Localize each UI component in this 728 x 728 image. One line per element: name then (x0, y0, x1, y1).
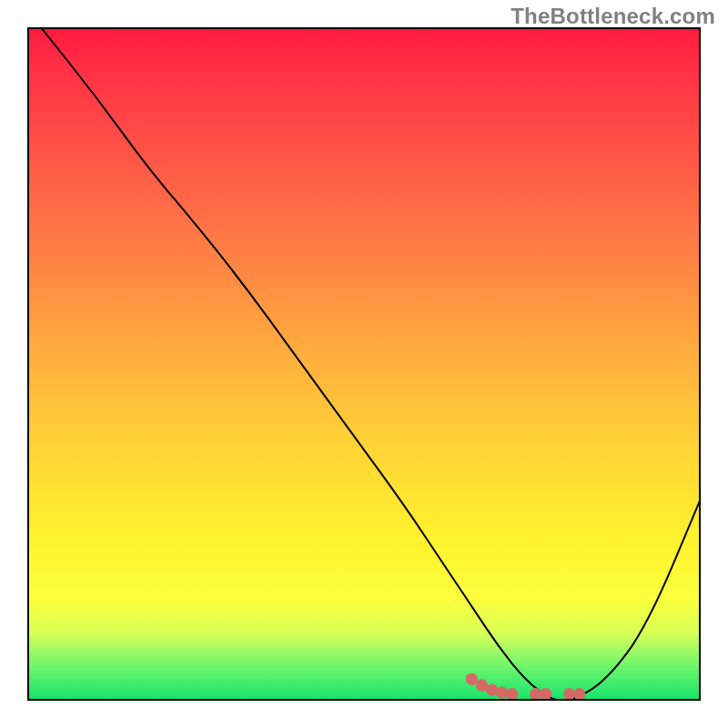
highlight-dot (506, 688, 518, 700)
highlight-dot (573, 688, 585, 700)
chart-plot-svg (27, 27, 701, 701)
watermark-text: TheBottleneck.com (511, 4, 715, 29)
highlight-dot (466, 673, 478, 685)
chart-container: TheBottleneck.com (0, 0, 728, 728)
highlight-dots (466, 673, 586, 701)
highlight-dot (540, 688, 551, 700)
bottleneck-curve-line (41, 27, 701, 701)
